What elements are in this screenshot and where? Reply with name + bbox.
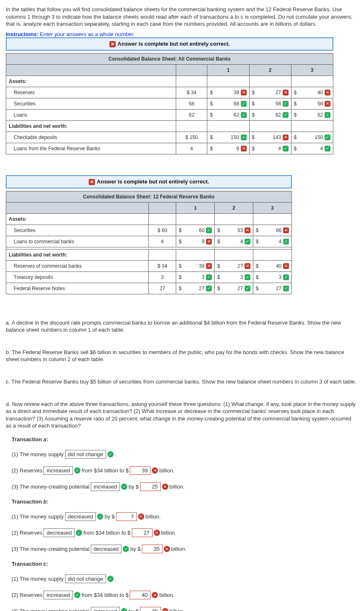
col1-header: 1 (176, 202, 215, 213)
table-row: Federal Reserve Notes27 $✓27 $✓27 $✓27 (6, 283, 292, 294)
check-icon: ✓ (107, 451, 114, 457)
check-icon: ✓ (206, 286, 212, 291)
feedback-banner-2: ✕Answer is complete but not entirely cor… (6, 175, 292, 188)
x-icon: ✕ (241, 90, 247, 95)
table2-title: Consolidated Balance Sheet: 12 Federal R… (6, 191, 292, 202)
check-icon: ✓ (241, 134, 247, 140)
transaction-b-header: Transaction b: (6, 499, 358, 505)
check-icon: ✓ (245, 274, 250, 280)
x-icon: ✕ (109, 41, 116, 47)
b2-select[interactable]: decreased (44, 528, 75, 537)
check-icon: ✓ (283, 146, 289, 152)
liabilities-header: Liabilities and net worth: (6, 120, 176, 132)
check-icon: ✓ (206, 227, 212, 233)
b3-select[interactable]: decreased (91, 545, 122, 553)
question-c: c. The Federal Reserve Banks buy $5 bill… (6, 378, 358, 386)
check-icon: ✓ (121, 608, 127, 611)
x-icon: ✕ (164, 546, 170, 552)
table1-title: Consolidated Balance Sheet: All Commerci… (6, 53, 333, 64)
b2-input[interactable]: 27 (132, 528, 153, 537)
check-icon: ✓ (74, 467, 80, 474)
c3-line: (3) The money-creating potential increas… (6, 607, 358, 611)
commercial-banks-table: Consolidated Balance Sheet: All Commerci… (6, 53, 333, 154)
c2-line: (2) Reserves increased ✓ from $34 billio… (6, 591, 358, 599)
check-icon: ✓ (283, 239, 289, 244)
x-icon: ✕ (162, 484, 168, 490)
x-icon: ✕ (325, 101, 330, 107)
federal-reserve-table: Consolidated Balance Sheet: 12 Federal R… (6, 191, 292, 294)
check-icon: ✓ (76, 530, 82, 536)
check-icon: ✓ (245, 286, 250, 291)
check-icon: ✓ (283, 101, 289, 107)
col2-header: 2 (249, 64, 291, 76)
check-icon: ✓ (325, 134, 330, 140)
c1-line: (1) The money supply did not change ✓. (6, 574, 358, 583)
b1-input[interactable]: 7 (116, 512, 137, 521)
a1-line: (1) The money supply did not change ✓. (6, 450, 358, 459)
check-icon: ✓ (74, 592, 80, 598)
check-icon: ✓ (283, 286, 289, 291)
x-icon: ✕ (245, 227, 250, 233)
table-row: Loans62 $✓62 $✓62 $✓62 (6, 109, 333, 120)
b3-line: (3) The money-creating potential decreas… (6, 545, 358, 553)
check-icon: ✓ (283, 274, 289, 280)
instructions-text: Enter your answers as a whole number. (39, 31, 135, 37)
transaction-a-header: Transaction a: (6, 436, 358, 442)
check-icon: ✓ (206, 274, 212, 280)
a2-input[interactable]: 39 (130, 466, 150, 475)
check-icon: ✓ (121, 484, 127, 490)
table-row: Treasury deposits3 $✓3 $✓3 $✓3 (6, 271, 292, 283)
x-icon: ✕ (283, 263, 289, 269)
x-icon: ✕ (89, 179, 95, 185)
check-icon: ✓ (241, 112, 247, 118)
x-icon: ✕ (283, 90, 289, 95)
c3-input[interactable]: 30 (140, 607, 161, 611)
a3-select[interactable]: increased (91, 482, 120, 491)
a3-input[interactable]: 25 (140, 482, 161, 491)
a3-line: (3) The money-creating potential increas… (6, 482, 358, 491)
x-icon: ✕ (138, 513, 144, 520)
transaction-c-header: Transaction c: (6, 561, 358, 567)
a2-select[interactable]: increased (44, 466, 73, 475)
check-icon: ✓ (245, 239, 250, 244)
a2-line: (2) Reserves increased ✓ from $34 billio… (6, 466, 358, 475)
table-row: Checkable deposits$ 150 $✓150 $✕143 $✓15… (6, 132, 333, 143)
col3-header: 3 (291, 64, 333, 76)
x-icon: ✕ (162, 608, 168, 611)
c1-select[interactable]: did not change (65, 574, 106, 583)
assets-header: Assets: (6, 213, 149, 225)
assets-header: Assets: (6, 76, 176, 87)
col1-header: 1 (207, 64, 249, 76)
x-icon: ✕ (283, 134, 289, 140)
check-icon: ✓ (325, 146, 330, 152)
instructions: Instructions: Enter your answers as a wh… (6, 31, 358, 37)
check-icon: ✓ (283, 112, 289, 118)
a1-select[interactable]: did not change (65, 450, 106, 459)
c2-select[interactable]: increased (44, 591, 73, 599)
x-icon: ✕ (206, 263, 212, 269)
x-icon: ✕ (245, 263, 250, 269)
question-a: a. A decline in the discount rate prompt… (6, 319, 358, 334)
table-row: Reserves of commercial banks$ 34 $✕39 $✕… (6, 260, 292, 271)
b3-input[interactable]: 35 (142, 545, 163, 553)
x-icon: ✕ (152, 592, 158, 598)
question-d: d. Now review each of the above three tr… (6, 401, 358, 430)
feedback-banner-1: ✕Answer is complete but not entirely cor… (6, 37, 333, 51)
x-icon: ✕ (152, 467, 158, 474)
col3-header: 3 (253, 202, 292, 213)
table-row: Reserves$ 34 $✕39 $✕27 $✕40 (6, 87, 333, 98)
table-row: Loans to commercial banks4 $✕9 $✓4 $✓4 (6, 236, 292, 247)
c2-input[interactable]: 40 (130, 591, 150, 599)
b1-line: (1) The money supply decreased ✓ by $ 7 … (6, 512, 358, 521)
x-icon: ✕ (206, 239, 212, 244)
table-row: Loans from the Federal Reserve Banks4 $✕… (6, 143, 333, 154)
c3-select[interactable]: increased (91, 607, 120, 611)
intro-text: In the tables that follow you will find … (6, 6, 358, 28)
b1-select[interactable]: decreased (65, 512, 96, 521)
liabilities-header: Liabilities and net worth: (6, 249, 149, 260)
instructions-label: Instructions: (6, 31, 39, 37)
table-row: Securities$ 60 $✓60 $✕53 $✕66 (6, 225, 292, 236)
check-icon: ✓ (241, 101, 247, 107)
x-icon: ✕ (154, 530, 160, 536)
question-b: b. The Federal Reserve Banks sell $6 bil… (6, 349, 358, 363)
